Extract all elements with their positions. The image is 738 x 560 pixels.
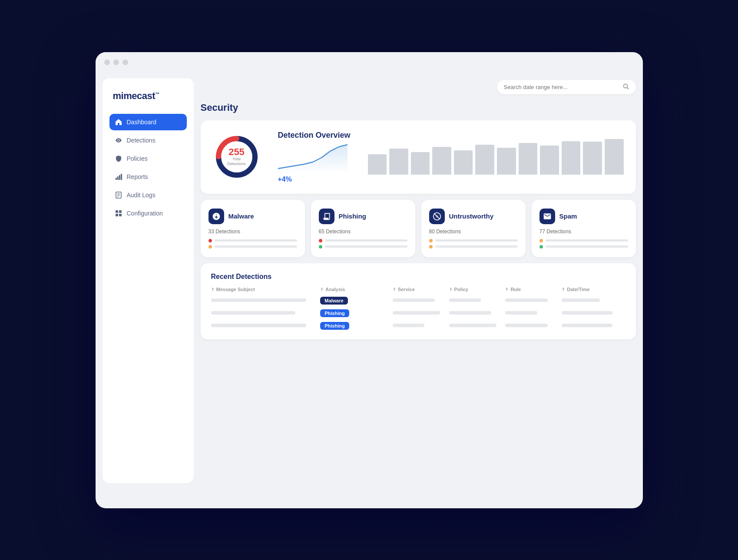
untrustworthy-count: 80 Detections xyxy=(429,229,518,235)
trend-percentage: +4% xyxy=(278,176,351,183)
malware-card: Malware 33 Detections xyxy=(201,200,305,257)
row3-subject xyxy=(211,324,317,327)
untrustworthy-dot-orange-2 xyxy=(429,245,433,249)
svg-line-13 xyxy=(627,87,629,89)
bar-11 xyxy=(583,142,602,175)
phishing-bar-row-2 xyxy=(319,245,407,249)
malware-track-2 xyxy=(215,245,297,248)
sidebar-item-label: Configuration xyxy=(127,210,163,217)
phishing-icon xyxy=(319,209,334,224)
row2-policy xyxy=(449,311,502,315)
phishing-count: 65 Detections xyxy=(319,229,407,235)
recent-detections-title: Recent Detections xyxy=(211,273,625,281)
sidebar-item-label: Policies xyxy=(127,155,148,162)
bar-5 xyxy=(454,150,473,175)
main-content: Security 255 Total Detections xyxy=(201,78,636,483)
phishing-dot-green xyxy=(319,245,322,249)
row3-policy xyxy=(449,324,502,327)
row3-analysis: Phishing xyxy=(320,321,389,330)
phishing-bars xyxy=(319,239,407,249)
malware-icon xyxy=(208,209,224,224)
sidebar: mimecast™ Dashboard Detections Policies xyxy=(103,78,194,483)
trend-chart-svg xyxy=(278,142,347,173)
phishing-header: Phishing xyxy=(319,209,407,224)
phishing-dot-red xyxy=(319,239,322,242)
traffic-light-minimize[interactable] xyxy=(113,60,119,65)
phishing-track-1 xyxy=(325,239,407,242)
bar-1 xyxy=(368,154,387,175)
row3-service xyxy=(393,324,446,327)
sidebar-item-dashboard[interactable]: Dashboard xyxy=(109,114,187,130)
col-datetime[interactable]: ⬆ Date/Time xyxy=(562,287,625,292)
row2-subject xyxy=(211,311,317,315)
spam-bars xyxy=(539,239,628,249)
spam-track-2 xyxy=(546,245,628,248)
malware-fill-2 xyxy=(215,245,252,248)
traffic-light-maximize[interactable] xyxy=(122,60,128,65)
phishing-fill-2 xyxy=(325,245,371,248)
page-title: Security xyxy=(201,102,636,113)
bar-6 xyxy=(475,145,494,175)
sidebar-item-configuration[interactable]: Configuration xyxy=(109,205,187,222)
col-message-subject[interactable]: ⬆ Message Subject xyxy=(211,287,317,292)
table-rows: Malware Phishing xyxy=(211,296,625,330)
sidebar-item-reports[interactable]: Reports xyxy=(109,169,187,185)
sidebar-item-policies[interactable]: Policies xyxy=(109,150,187,167)
search-input[interactable] xyxy=(504,84,619,90)
svg-rect-3 xyxy=(121,174,122,180)
sort-icon-service: ⬆ xyxy=(393,287,396,292)
untrustworthy-label: Untrustworthy xyxy=(449,212,494,220)
spam-bar-row-1 xyxy=(539,239,628,242)
svg-rect-10 xyxy=(116,214,118,216)
row1-policy xyxy=(449,298,502,302)
row1-subject xyxy=(211,298,317,302)
sort-icon-analysis: ⬆ xyxy=(320,287,324,292)
traffic-light-close[interactable] xyxy=(104,60,110,65)
row1-rule xyxy=(505,298,558,302)
table-header: ⬆ Message Subject ⬆ Analysis ⬆ Service ⬆… xyxy=(211,287,625,292)
search-icon xyxy=(623,83,629,91)
total-detections-number: 255 xyxy=(225,147,248,157)
bar-10 xyxy=(562,141,581,175)
sidebar-item-detections[interactable]: Detections xyxy=(109,132,187,149)
overview-card: 255 Total Detections Detection Overview xyxy=(201,120,636,194)
total-detections-label: Total Detections xyxy=(225,157,248,166)
spam-icon xyxy=(539,209,555,224)
malware-bar-row-1 xyxy=(208,239,297,242)
bar-12 xyxy=(605,139,624,175)
untrustworthy-track-2 xyxy=(435,245,518,248)
search-bar[interactable] xyxy=(497,80,636,94)
table-row: Phishing xyxy=(211,321,625,330)
untrustworthy-fill-2 xyxy=(435,245,485,248)
spam-fill-2 xyxy=(546,245,599,248)
phishing-label: Phishing xyxy=(339,212,366,220)
overview-title: Detection Overview xyxy=(278,131,351,140)
svg-rect-2 xyxy=(119,175,120,180)
sidebar-item-audit-logs[interactable]: Audit Logs xyxy=(109,187,187,203)
sort-icon-message: ⬆ xyxy=(211,287,215,292)
col-service[interactable]: ⬆ Service xyxy=(393,287,446,292)
malware-count: 33 Detections xyxy=(208,229,297,235)
app-body: mimecast™ Dashboard Detections Policies xyxy=(96,73,643,490)
col-policy[interactable]: ⬆ Policy xyxy=(449,287,502,292)
row2-rule xyxy=(505,311,558,315)
col-analysis[interactable]: ⬆ Analysis xyxy=(320,287,389,292)
row1-analysis: Malware xyxy=(320,296,389,305)
col-rule[interactable]: ⬆ Rule xyxy=(505,287,558,292)
svg-rect-8 xyxy=(116,210,118,213)
malware-label: Malware xyxy=(228,212,254,220)
bar-chart xyxy=(368,137,624,176)
malware-fill-1 xyxy=(215,239,272,242)
row1-datetime xyxy=(562,298,625,302)
untrustworthy-header: Untrustworthy xyxy=(429,209,518,224)
spam-fill-1 xyxy=(546,239,608,242)
malware-track-1 xyxy=(215,239,297,242)
malware-bars xyxy=(208,239,297,249)
badge-malware: Malware xyxy=(320,297,347,305)
reports-icon xyxy=(115,173,122,181)
overview-mid: Detection Overview +4% xyxy=(278,131,351,183)
badge-phishing-2: Phishing xyxy=(320,322,349,330)
row2-service xyxy=(393,311,446,315)
phishing-card: Phishing 65 Detections xyxy=(311,200,415,257)
table-row: Malware xyxy=(211,296,625,305)
